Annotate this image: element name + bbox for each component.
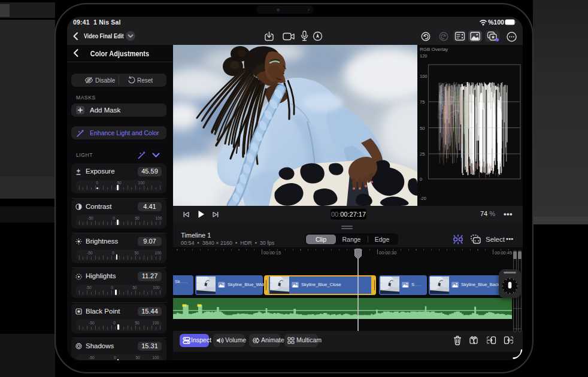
svg-text:-20: -20: [420, 196, 426, 201]
svg-text:25: 25: [420, 151, 425, 157]
svg-text:75: 75: [420, 99, 425, 105]
svg-text:100: 100: [420, 74, 428, 79]
svg-text:0: 0: [420, 177, 422, 182]
svg-text:50: 50: [420, 126, 425, 131]
svg-text:RGB Overlay: RGB Overlay: [420, 47, 448, 52]
svg-text:120: 120: [420, 53, 428, 59]
